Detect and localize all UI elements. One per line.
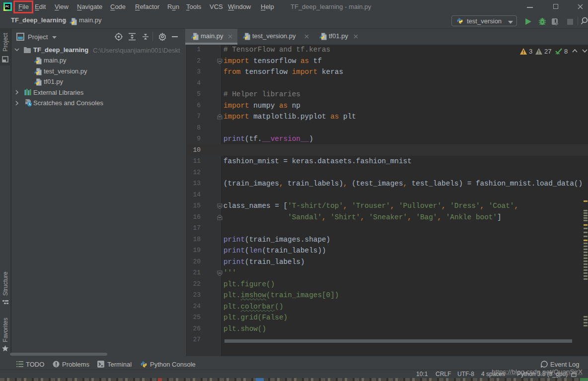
svg-text:PC: PC bbox=[5, 5, 9, 8]
